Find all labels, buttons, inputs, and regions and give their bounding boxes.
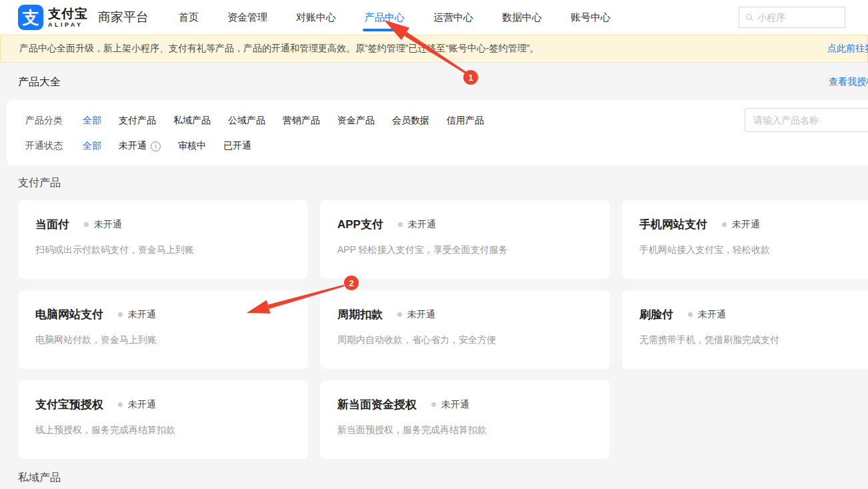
status-badge: 未开通 [722, 219, 760, 231]
product-card-pc-web-pay[interactable]: 电脑网站支付 未开通 电脑网站付款，资金马上到账 [18, 290, 308, 369]
product-title: 手机网站支付 [639, 217, 707, 232]
nav-item-product-center-label: 产品中心 [365, 11, 405, 24]
category-option-member-data[interactable]: 会员数据 [392, 115, 429, 127]
status-text: 未开通 [698, 309, 726, 321]
status-dot-icon [118, 402, 123, 407]
category-filter-row: 产品分类 全部 支付产品 私域产品 公域产品 营销产品 资金产品 会员数据 信用… [25, 111, 868, 131]
card-head: 新当面资金授权 未开通 [337, 397, 593, 412]
card-head: 周期扣款 未开通 [337, 307, 593, 322]
product-name-input[interactable] [745, 108, 868, 132]
platform-label: 商家平台 [98, 9, 149, 26]
product-description: 新当面预授权，服务完成再结算扣款 [337, 424, 593, 436]
status-filter-row: 开通状态 全部 未开通 审核中 已开通 [25, 136, 868, 156]
product-description: 手机网站接入支付宝，轻松收款 [639, 244, 868, 256]
card-head: 支付宝预授权 未开通 [35, 397, 291, 412]
product-description: 周期内自动收款，省心省力，安全方便 [337, 334, 593, 346]
status-option-not-opened[interactable]: 未开通 [119, 140, 147, 152]
product-card-pre-auth[interactable]: 支付宝预授权 未开通 线上预授权，服务完成再结算扣款 [18, 380, 308, 459]
card-head: 电脑网站支付 未开通 [35, 307, 291, 322]
notice-banner-link[interactable]: 点此前往签约管理 [827, 43, 868, 55]
nav-item-account-center[interactable]: 账号中心 [571, 0, 611, 35]
brand-name-cn: 支付宝 [48, 7, 88, 20]
card-head: 手机网站支付 未开通 [639, 217, 868, 232]
alipay-logo-glyph: 支 [23, 7, 39, 29]
product-description: 无需携带手机，凭借刷脸完成支付 [639, 334, 868, 346]
status-dot-icon [722, 222, 727, 227]
status-dot-icon [431, 402, 436, 407]
category-option-private-domain[interactable]: 私域产品 [173, 115, 211, 127]
product-description: 扫码或出示付款码支付，资金马上到账 [35, 244, 291, 256]
status-dot-icon [84, 222, 89, 227]
status-text: 未开通 [732, 219, 760, 231]
product-grid: 当面付 未开通 扫码或出示付款码支付，资金马上到账 APP支付 未开通 APP … [18, 200, 868, 459]
status-text: 未开通 [408, 219, 436, 231]
status-option-in-review[interactable]: 审核中 [178, 140, 206, 152]
product-card-wap-pay[interactable]: 手机网站支付 未开通 手机网站接入支付宝，轻松收款 [622, 200, 868, 279]
card-head: 刷脸付 未开通 [639, 307, 868, 322]
product-title: 电脑网站支付 [35, 307, 103, 322]
page-title: 产品大全 [18, 75, 61, 89]
notice-banner-text: 产品中心全面升级，新上架小程序、支付有礼等产品，产品的开通和管理更高效。原“签约… [19, 43, 539, 55]
brand-name-en: ALIPAY [48, 22, 88, 28]
active-tab-underline [363, 29, 407, 31]
status-badge: 未开通 [688, 309, 726, 321]
status-badge: 未开通 [118, 399, 156, 411]
category-option-credit[interactable]: 信用产品 [447, 115, 484, 127]
nav-item-product-center[interactable]: 产品中心 [365, 0, 405, 35]
status-badge: 未开通 [398, 219, 436, 231]
product-title: 支付宝预授权 [35, 397, 103, 412]
section-title-payment-products: 支付产品 [18, 176, 61, 190]
annotation-badge-2: 2 [344, 276, 359, 290]
status-text: 未开通 [128, 399, 156, 411]
status-option-not-opened-wrap: 未开通 [119, 140, 161, 152]
annotation-badge-1: 1 [463, 70, 478, 85]
status-text: 未开通 [441, 399, 469, 411]
status-option-all[interactable]: 全部 [83, 140, 101, 152]
product-card-face-pay[interactable]: 刷脸付 未开通 无需携带手机，凭借刷脸完成支付 [622, 290, 868, 369]
status-text: 未开通 [94, 219, 122, 231]
view-authorization-link[interactable]: 查看我授权 [829, 76, 868, 88]
status-badge: 未开通 [84, 219, 122, 231]
alipay-logo[interactable]: 支 [18, 5, 43, 30]
product-card-app-pay[interactable]: APP支付 未开通 APP 轻松接入支付宝，享受全面支付服务 [320, 200, 610, 279]
product-description: 电脑网站付款，资金马上到账 [35, 334, 291, 346]
header-search-input[interactable] [757, 12, 839, 23]
status-text: 未开通 [407, 309, 435, 321]
status-badge: 未开通 [397, 309, 435, 321]
product-title: 新当面资金授权 [337, 397, 417, 412]
category-option-funds[interactable]: 资金产品 [337, 115, 375, 127]
notice-banner: 产品中心全面升级，新上架小程序、支付有礼等产品，产品的开通和管理更高效。原“签约… [0, 35, 868, 63]
product-description: APP 轻松接入支付宝，享受全面支付服务 [337, 244, 593, 256]
nav-item-funds[interactable]: 资金管理 [227, 0, 267, 35]
card-head: APP支付 未开通 [337, 217, 593, 232]
category-option-payment[interactable]: 支付产品 [119, 115, 156, 127]
status-dot-icon [118, 312, 123, 317]
nav-item-home[interactable]: 首页 [179, 0, 199, 35]
card-head: 当面付 未开通 [35, 217, 291, 232]
product-card-recurring-debit[interactable]: 周期扣款 未开通 周期内自动收款，省心省力，安全方便 [320, 290, 610, 369]
product-title: 周期扣款 [337, 307, 383, 322]
info-icon[interactable] [151, 141, 161, 151]
nav-item-reconciliation[interactable]: 对账中心 [296, 0, 336, 35]
top-header: 支 支付宝 ALIPAY 商家平台 首页 资金管理 对账中心 产品中心 运营中心… [0, 0, 868, 35]
nav-item-operations[interactable]: 运营中心 [433, 0, 473, 35]
product-card-new-f2f-fund-auth[interactable]: 新当面资金授权 未开通 新当面预授权，服务完成再结算扣款 [320, 380, 610, 459]
category-filter-label: 产品分类 [25, 115, 63, 127]
category-option-marketing[interactable]: 营销产品 [283, 115, 320, 127]
brand-text: 支付宝 ALIPAY [48, 7, 88, 28]
status-option-opened[interactable]: 已开通 [223, 140, 251, 152]
category-option-public-domain[interactable]: 公域产品 [228, 115, 265, 127]
status-dot-icon [398, 222, 403, 227]
product-description: 线上预授权，服务完成再结算扣款 [35, 424, 291, 436]
header-search-box[interactable] [739, 7, 845, 28]
main-nav: 首页 资金管理 对账中心 产品中心 运营中心 数据中心 账号中心 [179, 0, 611, 35]
status-badge: 未开通 [118, 309, 156, 321]
product-title: APP支付 [337, 217, 383, 232]
search-icon [745, 13, 753, 22]
nav-item-data-center[interactable]: 数据中心 [502, 0, 542, 35]
section-title-private-domain-products: 私域产品 [18, 471, 61, 485]
product-card-face-to-face[interactable]: 当面付 未开通 扫码或出示付款码支付，资金马上到账 [18, 200, 308, 279]
status-dot-icon [397, 312, 402, 317]
category-option-all[interactable]: 全部 [83, 115, 101, 127]
status-dot-icon [688, 312, 693, 317]
